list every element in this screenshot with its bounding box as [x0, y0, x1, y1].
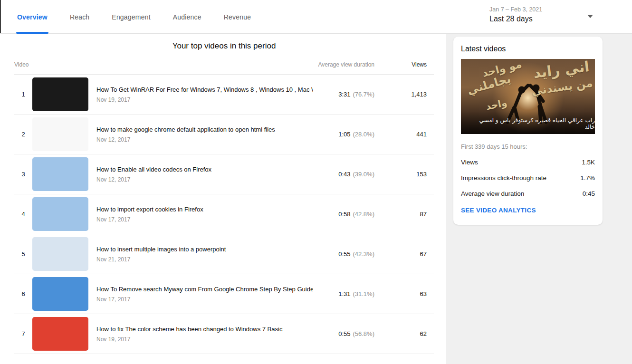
stat-row-views: Views 1.5K: [461, 159, 595, 166]
top-videos-section: Your top videos in this period Video Ave…: [0, 34, 446, 364]
date-range-selector[interactable]: Jan 7 – Feb 3, 2021 Last 28 days: [489, 6, 542, 23]
rank-number: 5: [14, 250, 32, 258]
stat-label: Average view duration: [461, 190, 524, 197]
avg-view-duration-cell: 0:55(42.3%): [313, 250, 374, 258]
avg-view-duration-cell: 0:43(39.0%): [313, 171, 374, 178]
views-cell: 67: [374, 250, 434, 258]
rank-number: 3: [14, 171, 32, 178]
video-info: How to fix The color scheme has been cha…: [88, 326, 313, 343]
right-panel: Latest videos اني رايد من يسندني مو واحد…: [446, 34, 632, 364]
video-date: Nov 21, 2017: [96, 256, 313, 263]
stat-value: 1.7%: [580, 174, 595, 182]
avg-view-duration-cell: 0:55(56.8%): [313, 330, 374, 337]
views-cell: 441: [374, 131, 434, 138]
tab-engagement[interactable]: Engagement: [112, 0, 150, 34]
top-videos-table: Video Average view duration Views 1 How …: [14, 61, 434, 354]
video-thumbnail[interactable]: [32, 317, 88, 351]
table-row[interactable]: 1 How To Get WinRAR For Free for Windows…: [14, 75, 434, 115]
video-date: Nov 19, 2017: [96, 96, 313, 103]
video-title[interactable]: How to make google chrome default applic…: [96, 126, 313, 134]
column-header-avg-view-duration[interactable]: Average view duration: [313, 61, 374, 68]
avg-view-duration-cell: 3:31(76.7%): [313, 91, 374, 98]
video-thumbnail[interactable]: [32, 117, 88, 151]
video-date: Nov 12, 2017: [96, 176, 313, 183]
video-info: How To Remove search Myway com From Goog…: [88, 286, 313, 303]
stat-value: 0:45: [583, 190, 595, 197]
thumbnail-caption: راب عراقي الحياه قصيره كرستوفر باس و امس…: [468, 117, 595, 130]
video-title[interactable]: How to Enable all video codecs on Firefo…: [96, 166, 313, 173]
stat-value: 1.5K: [582, 159, 595, 166]
see-video-analytics-link[interactable]: SEE VIDEO ANALYTICS: [461, 207, 536, 214]
tab-audience[interactable]: Audience: [173, 0, 201, 34]
rank-number: 6: [14, 290, 32, 297]
video-thumbnail[interactable]: [32, 237, 88, 271]
video-title[interactable]: How to insert multiple images into a pow…: [96, 246, 313, 253]
latest-videos-card: Latest videos اني رايد من يسندني مو واحد…: [453, 37, 603, 225]
avg-view-duration-cell: 1:31(31.1%): [313, 290, 374, 297]
video-thumbnail[interactable]: [32, 277, 88, 311]
chevron-down-icon[interactable]: [587, 15, 593, 18]
table-row[interactable]: 5 How to insert multiple images into a p…: [14, 234, 434, 274]
video-title[interactable]: How To Remove search Myway com From Goog…: [96, 286, 313, 293]
views-cell: 62: [374, 330, 434, 337]
window-edge-artifact: [0, 0, 1, 33]
video-title[interactable]: How to import export cookies in Firefox: [96, 206, 313, 213]
stats-period-label: First 339 days 15 hours:: [461, 143, 595, 150]
video-info: How to make google chrome default applic…: [88, 126, 313, 143]
card-title: Latest videos: [461, 44, 595, 54]
video-title[interactable]: How To Get WinRAR For Free for Windows 7…: [96, 86, 313, 94]
analytics-tab-bar: Overview Reach Engagement Audience Reven…: [0, 0, 632, 34]
video-title[interactable]: How to fix The color scheme has been cha…: [96, 326, 313, 333]
video-thumbnail[interactable]: [32, 197, 88, 231]
table-row[interactable]: 2 How to make google chrome default appl…: [14, 115, 434, 154]
video-info: How to Enable all video codecs on Firefo…: [88, 166, 313, 183]
rank-number: 7: [14, 330, 32, 337]
table-row[interactable]: 4 How to import export cookies in Firefo…: [14, 194, 434, 234]
rank-number: 2: [14, 131, 32, 138]
table-row[interactable]: 3 How to Enable all video codecs on Fire…: [14, 154, 434, 194]
video-info: How to import export cookies in Firefox …: [88, 206, 313, 223]
stat-label: Views: [461, 159, 478, 166]
table-header-row: Video Average view duration Views: [14, 61, 434, 75]
column-header-views[interactable]: Views: [374, 61, 434, 68]
table-row[interactable]: 7 How to fix The color scheme has been c…: [14, 314, 434, 354]
views-cell: 63: [374, 290, 434, 297]
video-date: Nov 17, 2017: [96, 296, 313, 303]
views-cell: 87: [374, 211, 434, 218]
tab-reach[interactable]: Reach: [70, 0, 89, 34]
latest-video-thumbnail[interactable]: اني رايد من يسندني مو واحد يجاملني واحد …: [461, 59, 595, 134]
avg-view-duration-cell: 1:05(28.0%): [313, 131, 374, 138]
section-title: Your top videos in this period: [14, 41, 434, 51]
date-range-text: Jan 7 – Feb 3, 2021: [489, 6, 542, 13]
avg-view-duration-cell: 0:58(42.8%): [313, 211, 374, 218]
video-date: Nov 12, 2017: [96, 136, 313, 143]
table-row[interactable]: 6 How To Remove search Myway com From Go…: [14, 274, 434, 314]
video-thumbnail[interactable]: [32, 157, 88, 191]
stat-row-avg-duration: Average view duration 0:45: [461, 190, 595, 197]
column-header-video: Video: [14, 61, 313, 68]
views-cell: 153: [374, 171, 434, 178]
tab-list: Overview Reach Engagement Audience Reven…: [17, 0, 251, 34]
tab-revenue[interactable]: Revenue: [224, 0, 251, 34]
date-range-label: Last 28 days: [489, 15, 542, 23]
stat-row-ctr: Impressions click-through rate 1.7%: [461, 174, 595, 182]
video-date: Nov 17, 2017: [96, 216, 313, 223]
video-info: How To Get WinRAR For Free for Windows 7…: [88, 86, 313, 103]
video-thumbnail[interactable]: [32, 77, 88, 111]
stat-label: Impressions click-through rate: [461, 174, 546, 182]
rank-number: 1: [14, 91, 32, 98]
video-date: Nov 19, 2017: [96, 336, 313, 343]
rank-number: 4: [14, 211, 32, 218]
video-info: How to insert multiple images into a pow…: [88, 246, 313, 263]
tab-overview[interactable]: Overview: [17, 0, 48, 34]
views-cell: 1,413: [374, 91, 434, 98]
